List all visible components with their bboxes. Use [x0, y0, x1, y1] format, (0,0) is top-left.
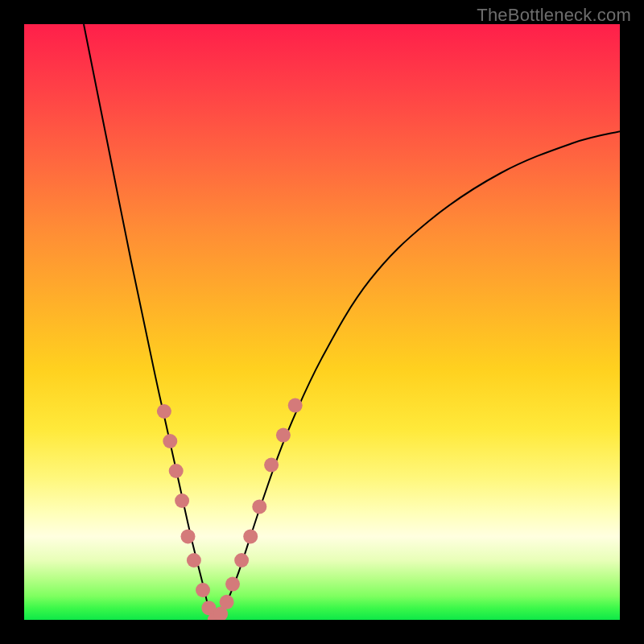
plot-area: [24, 24, 620, 620]
curve-left-branch: [84, 24, 215, 620]
sample-dot: [169, 464, 184, 478]
sample-dot: [187, 553, 201, 568]
sample-dot: [243, 529, 258, 543]
sample-dot: [288, 398, 303, 413]
sample-dots: [157, 398, 303, 620]
sample-dot: [181, 529, 196, 543]
chart-frame: TheBottleneck.com: [0, 0, 644, 644]
sample-dot: [157, 404, 171, 419]
sample-dot: [196, 583, 210, 597]
curve-right-branch: [215, 131, 620, 620]
sample-dot: [163, 434, 177, 448]
watermark-text: TheBottleneck.com: [477, 5, 631, 26]
curve-svg: [24, 24, 620, 620]
sample-dot: [234, 553, 249, 568]
sample-dot: [276, 428, 291, 443]
sample-dot: [225, 577, 240, 592]
sample-dot: [264, 458, 279, 473]
sample-dot: [252, 499, 266, 514]
sample-dot: [175, 493, 189, 508]
sample-dot: [220, 595, 234, 609]
